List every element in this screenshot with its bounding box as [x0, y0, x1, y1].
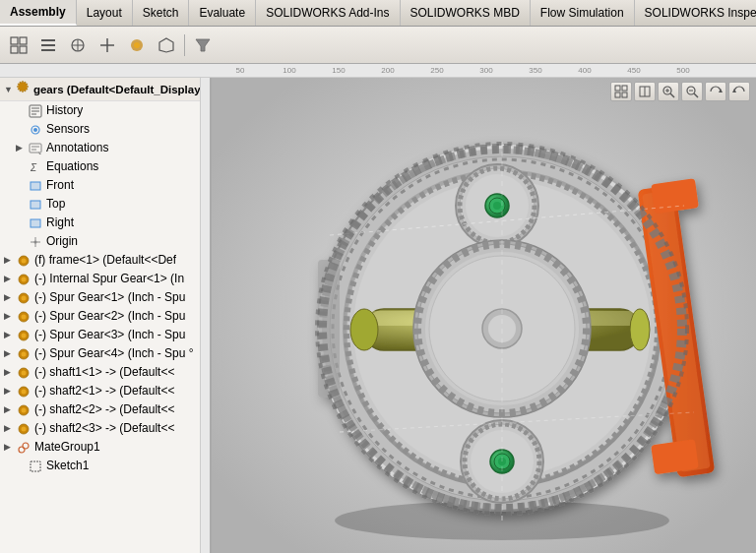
- toolbar: [0, 27, 756, 64]
- tree-item-shaft2-1[interactable]: ▶ (-) shaft2<1> -> (Default<<: [0, 382, 210, 400]
- toolbar-btn-2[interactable]: [34, 31, 62, 59]
- svg-point-90: [350, 309, 378, 350]
- svg-point-45: [22, 351, 27, 356]
- gear-root-icon: [15, 80, 31, 98]
- svg-rect-4: [41, 39, 55, 41]
- tree-item-history[interactable]: History: [0, 101, 210, 120]
- svg-rect-6: [41, 49, 55, 51]
- history-label: History: [46, 102, 83, 119]
- part-icon-shaft2-1: [16, 384, 32, 399]
- part-icon-sg1: [16, 290, 32, 306]
- svg-rect-23: [30, 144, 41, 153]
- tab-solidworks-mbd[interactable]: SOLIDWORKS MBD: [401, 0, 531, 26]
- tab-layout[interactable]: Layout: [77, 0, 133, 26]
- view-btn-2[interactable]: [634, 82, 656, 101]
- tree-root[interactable]: ▼ gears (Default<Default_Display: [0, 78, 210, 101]
- tree-item-origin[interactable]: Origin: [0, 232, 210, 251]
- svg-marker-71: [732, 89, 736, 92]
- part-icon-frame: [16, 253, 32, 269]
- spur-gear-3-label: (-) Spur Gear<3> (Inch - Spu: [34, 327, 185, 343]
- svg-rect-0: [11, 37, 18, 44]
- view-btn-1[interactable]: [610, 82, 632, 101]
- right-label: Right: [46, 215, 74, 231]
- tab-evaluate[interactable]: Evaluate: [189, 0, 256, 26]
- tab-sketch[interactable]: Sketch: [133, 0, 190, 26]
- tab-solidworks-inspection[interactable]: SOLIDWORKS Inspection: [635, 0, 756, 26]
- tree-item-sensors[interactable]: Sensors: [0, 120, 210, 139]
- svg-point-51: [22, 407, 27, 412]
- tree-item-spur-gear-4[interactable]: ▶ (-) Spur Gear<4> (Inch - Spu °: [0, 344, 210, 363]
- tab-solidworks-addins[interactable]: SOLIDWORKS Add-Ins: [256, 0, 400, 26]
- sensor-icon: [28, 122, 43, 138]
- tree-item-spur-gear-2[interactable]: ▶ (-) Spur Gear<2> (Inch - Spu: [0, 307, 210, 326]
- tree-item-annotations[interactable]: ▶ Annotations: [0, 139, 210, 157]
- toolbar-btn-3[interactable]: [64, 31, 92, 59]
- tree-root-label: gears (Default<Default_Display: [33, 84, 201, 95]
- frame-label: (f) frame<1> (Default<<Def: [34, 252, 176, 269]
- svg-rect-85: [651, 178, 699, 214]
- root-expand-arrow[interactable]: ▼: [4, 85, 13, 94]
- sketch1-label: Sketch1: [46, 458, 89, 474]
- tree-item-front[interactable]: Front: [0, 176, 210, 195]
- assembly-viewport-svg[interactable]: [212, 78, 756, 553]
- part-icon-sg3: [16, 328, 32, 343]
- equations-label: Equations: [46, 158, 98, 175]
- svg-point-22: [33, 128, 37, 132]
- tree-item-top[interactable]: Top: [0, 195, 210, 214]
- svg-point-37: [22, 276, 27, 281]
- toolbar-btn-6[interactable]: [153, 31, 180, 59]
- toolbar-btn-5[interactable]: [123, 31, 151, 59]
- svg-line-68: [694, 93, 698, 97]
- svg-point-47: [22, 370, 27, 375]
- right-plane-icon: [28, 215, 43, 231]
- svg-point-49: [22, 389, 27, 394]
- front-label: Front: [46, 177, 74, 194]
- svg-rect-3: [20, 46, 27, 53]
- shaft2-1-label: (-) shaft2<1> -> (Default<<: [34, 383, 174, 399]
- view-btn-undo[interactable]: [728, 82, 750, 101]
- svg-point-39: [22, 295, 27, 300]
- tab-flow-simulation[interactable]: Flow Simulation: [531, 0, 635, 26]
- origin-icon: [28, 234, 43, 250]
- svg-marker-15: [196, 39, 210, 51]
- tree-item-right[interactable]: Right: [0, 214, 210, 232]
- tree-item-sketch1[interactable]: Sketch1: [0, 457, 210, 475]
- svg-point-98: [493, 202, 501, 210]
- svg-text:Σ: Σ: [30, 162, 37, 173]
- tree-item-spur-gear-1[interactable]: ▶ (-) Spur Gear<1> (Inch - Spu: [0, 288, 210, 307]
- tab-assembly[interactable]: Assembly: [0, 0, 77, 26]
- shaft2-3-label: (-) shaft2<3> -> (Default<<: [34, 420, 174, 437]
- tree-item-shaft2-2[interactable]: ▶ (-) shaft2<2> -> (Default<<: [0, 400, 210, 419]
- svg-rect-57: [615, 86, 620, 91]
- mategroup-icon: [16, 440, 32, 456]
- svg-marker-70: [719, 89, 723, 92]
- view-btn-rotate[interactable]: [705, 82, 726, 101]
- top-label: Top: [46, 196, 65, 213]
- svg-point-35: [22, 258, 27, 263]
- part-icon-shaft2-2: [16, 402, 32, 418]
- svg-rect-58: [622, 86, 627, 91]
- tree-item-internal-spur-gear[interactable]: ▶ (-) Internal Spur Gear<1> (In: [0, 270, 210, 288]
- view-toolbar: [610, 82, 750, 101]
- toolbar-btn-4[interactable]: [94, 31, 121, 59]
- view-btn-zoom-in[interactable]: [658, 82, 679, 101]
- tree-item-shaft2-3[interactable]: ▶ (-) shaft2<3> -> (Default<<: [0, 419, 210, 438]
- svg-point-91: [630, 309, 650, 350]
- ruler-top: 50 100 150 200 250 300 350 400 450 500: [0, 64, 756, 78]
- shaft1-1-label: (-) shaft1<1> -> (Default<<: [34, 364, 174, 381]
- part-icon-isg: [16, 272, 32, 287]
- mategroup-label: MateGroup1: [34, 439, 100, 456]
- tree-item-equations[interactable]: Σ Equations: [0, 157, 210, 176]
- view-btn-zoom-out[interactable]: [681, 82, 703, 101]
- svg-point-41: [22, 314, 27, 319]
- tree-item-frame[interactable]: ▶ (f) frame<1> (Default<<Def: [0, 251, 210, 270]
- part-icon-shaft2-3: [16, 421, 32, 437]
- svg-rect-2: [11, 46, 18, 53]
- filter-btn[interactable]: [189, 31, 217, 59]
- viewport[interactable]: [212, 78, 756, 553]
- tree-item-shaft1-1[interactable]: ▶ (-) shaft1<1> -> (Default<<: [0, 363, 210, 382]
- tree-item-spur-gear-3[interactable]: ▶ (-) Spur Gear<3> (Inch - Spu: [0, 326, 210, 344]
- svg-rect-86: [651, 439, 699, 474]
- toolbar-btn-1[interactable]: [5, 31, 32, 59]
- tree-item-mategroup[interactable]: ▶ MateGroup1: [0, 438, 210, 457]
